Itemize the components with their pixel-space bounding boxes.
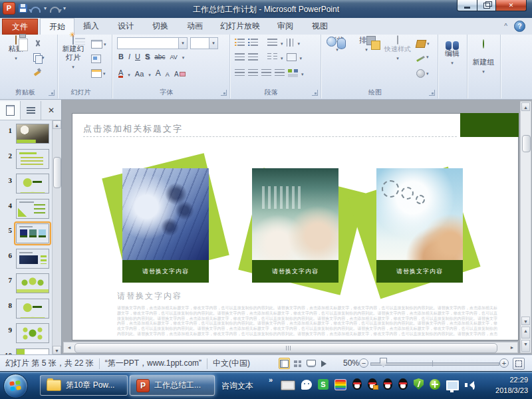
scroll-left-icon[interactable]: ◄ (65, 343, 74, 352)
tab-slideshow[interactable]: 幻灯片放映 (213, 18, 267, 34)
tray-overflow-icon[interactable]: » (269, 376, 273, 384)
text-direction-icon[interactable] (287, 39, 295, 47)
slide-thumbnail-selected[interactable] (16, 223, 49, 243)
taskbar-toolbar-label[interactable]: 咨询文本 (221, 380, 253, 392)
scroll-right-icon[interactable]: ► (507, 343, 517, 352)
slide-thumbnail[interactable] (16, 149, 49, 169)
align-center-icon[interactable] (248, 69, 258, 77)
columns-dropdown-icon[interactable]: ▾ (281, 56, 283, 61)
keyboard-ime-icon[interactable] (281, 380, 295, 390)
character-spacing-button[interactable]: AV (170, 54, 177, 61)
panel-scroll-thumb[interactable] (53, 157, 61, 188)
increase-indent-icon[interactable] (248, 53, 258, 61)
editing-button[interactable]: 编辑 ▾ (439, 40, 466, 67)
shapes-button[interactable]: 形状 ▾ (323, 36, 351, 54)
smartart-dropdown-icon[interactable]: ▾ (301, 72, 304, 77)
spacing-dropdown-icon[interactable]: ▾ (182, 55, 185, 61)
zoom-slider-track[interactable] (370, 362, 499, 366)
paragraph-dialog-launcher-icon[interactable] (312, 90, 318, 96)
zoom-in-button[interactable]: + (499, 358, 509, 368)
qq-icon[interactable] (352, 378, 362, 390)
shrink-font-button[interactable]: A (166, 71, 170, 78)
line-spacing-icon[interactable] (267, 39, 277, 47)
close-button[interactable]: ✕ (495, 0, 527, 11)
justify-icon[interactable] (275, 69, 285, 77)
font-name-dropdown-icon[interactable]: ▾ (178, 38, 187, 49)
rainbow-app-icon[interactable] (334, 379, 346, 390)
panel-scroll-down-icon[interactable]: ▼ (53, 346, 61, 354)
reading-view-button[interactable] (305, 358, 317, 369)
font-size-dropdown-icon[interactable]: ▾ (209, 38, 217, 49)
font-color-button[interactable]: A (118, 68, 123, 78)
language-status[interactable]: 中文(中国) (213, 358, 250, 369)
tab-view[interactable]: 视图 (303, 18, 336, 34)
line-spacing-dropdown-icon[interactable]: ▾ (281, 41, 283, 47)
taskbar-item-powerpoint[interactable]: P 工作总结工... (130, 375, 215, 396)
slide-thumbnail[interactable] (16, 273, 49, 293)
numbering-icon[interactable] (248, 39, 258, 47)
strikethrough-button[interactable]: abc (154, 53, 165, 61)
close-panel-button[interactable]: ✕ (41, 101, 61, 120)
outline-tab[interactable] (21, 101, 41, 120)
taskbar-item-folder[interactable]: 第10章 Pow... (40, 375, 128, 396)
convert-smartart-icon[interactable] (288, 69, 298, 77)
slide-sorter-button[interactable] (292, 358, 303, 369)
tab-animations[interactable]: 动画 (178, 18, 211, 34)
scroll-up-icon[interactable]: ▲ (521, 102, 530, 111)
image-caption[interactable]: 请替换文字内容 (376, 260, 463, 283)
photo-stairs[interactable] (122, 168, 209, 260)
copy-button[interactable]: ▾ (33, 53, 45, 62)
image-card-1[interactable]: 请替换文字内容 (122, 168, 209, 283)
slide-thumbnail[interactable] (16, 249, 49, 269)
horizontal-scrollbar[interactable]: ◄ ► (63, 342, 518, 353)
next-slide-button[interactable]: ▼ (521, 340, 530, 352)
paste-button[interactable]: 粘贴 ▾ (4, 36, 28, 63)
slide-canvas[interactable]: 点击添加相关标题文字 请替换文字内容 请替换文字内容 (72, 113, 519, 340)
help-icon[interactable]: ? (514, 21, 525, 32)
tab-review[interactable]: 审阅 (269, 18, 302, 34)
photo-mouse-hand[interactable] (252, 168, 338, 260)
shape-outline-button[interactable]: ▾ (416, 55, 429, 60)
image-card-3[interactable]: 请替换文字内容 (376, 168, 463, 283)
shape-effects-button[interactable]: ▾ (416, 69, 429, 78)
slide-thumbnail[interactable] (16, 124, 49, 144)
cut-button[interactable] (33, 40, 42, 49)
body-heading[interactable]: 请替换文字内容 (117, 291, 182, 302)
reset-button[interactable] (91, 55, 101, 63)
font-size-combo[interactable]: ▾ (190, 37, 218, 49)
text-direction-dropdown-icon[interactable]: ▾ (298, 41, 301, 47)
wechat-icon[interactable] (301, 380, 312, 390)
qq-icon[interactable] (398, 378, 408, 390)
hscroll-thumb[interactable] (74, 343, 497, 353)
shape-fill-button[interactable]: ▾ (416, 40, 430, 48)
panel-scrollbar[interactable]: ▲ ▼ (52, 120, 61, 354)
photo-gears-hand[interactable] (376, 168, 463, 260)
minimize-button[interactable] (457, 0, 477, 11)
tab-insert[interactable]: 插入 (74, 18, 108, 34)
bold-button[interactable]: B (118, 53, 124, 61)
start-button[interactable] (3, 374, 28, 398)
grow-font-button[interactable]: A (156, 68, 161, 78)
tab-design[interactable]: 设计 (109, 18, 142, 34)
zoom-out-button[interactable]: − (359, 358, 368, 368)
volume-icon[interactable] (465, 380, 475, 390)
new-group-button[interactable]: 新建组 ▾ (468, 40, 499, 76)
font-name-combo[interactable]: ▾ (117, 37, 188, 49)
font-color-dropdown-icon[interactable]: ▾ (128, 72, 130, 78)
slide-thumbnail[interactable] (16, 299, 49, 319)
format-painter-button[interactable] (33, 68, 41, 76)
section-button[interactable]: ▾ (91, 69, 106, 78)
zoom-level[interactable]: 50% (343, 358, 359, 368)
image-caption[interactable]: 请替换文字内容 (252, 260, 338, 283)
slide-title-placeholder[interactable]: 点击添加相关标题文字 (83, 123, 183, 135)
align-left-icon[interactable] (235, 69, 245, 77)
fit-to-window-button[interactable] (513, 358, 525, 370)
vertical-scrollbar[interactable]: ▲ ▼ ▲ ▼ (520, 101, 531, 353)
text-shadow-button[interactable]: S (145, 53, 150, 61)
slides-tab[interactable] (0, 101, 21, 120)
tab-transitions[interactable]: 切换 (144, 18, 177, 34)
align-right-icon[interactable] (261, 69, 271, 77)
taskbar-clock[interactable]: 22:29 2018/3/23 (495, 374, 528, 396)
scroll-down-icon[interactable]: ▼ (521, 317, 530, 325)
slideshow-button[interactable] (319, 358, 330, 369)
